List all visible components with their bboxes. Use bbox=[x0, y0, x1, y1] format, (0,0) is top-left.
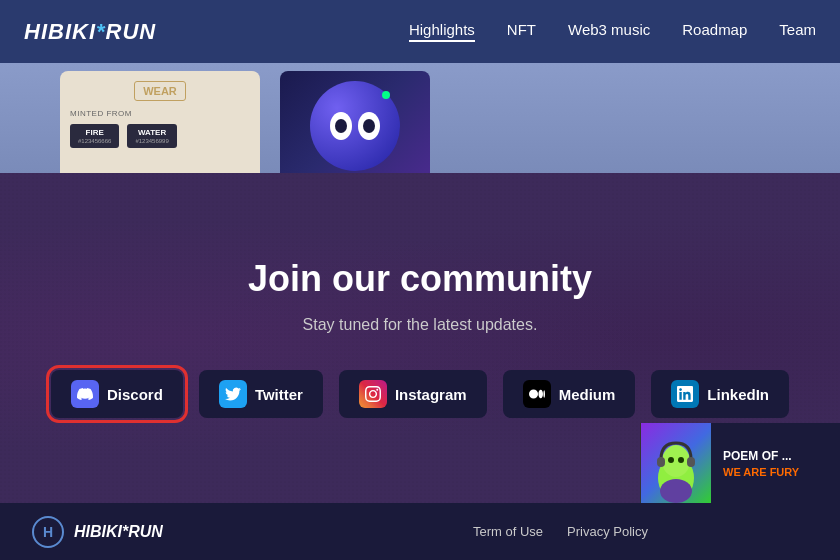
poem-card-avatar bbox=[641, 423, 711, 503]
linkedin-button[interactable]: LinkedIn bbox=[651, 370, 789, 418]
linkedin-label: LinkedIn bbox=[707, 386, 769, 403]
navbar-logo: HiBiKi*RUN bbox=[24, 19, 156, 45]
nav-highlights[interactable]: Highlights bbox=[409, 21, 475, 42]
footer-links: Term of Use Privacy Policy bbox=[473, 524, 648, 539]
fire-label: FIRE bbox=[78, 128, 111, 137]
footer-terms-link[interactable]: Term of Use bbox=[473, 524, 543, 539]
poem-card-text: POEM OF ... WE ARE FURY bbox=[711, 441, 840, 486]
footer-logo-text: HiBiKi*RUN bbox=[74, 523, 163, 541]
discord-label: Discord bbox=[107, 386, 163, 403]
bubble-card bbox=[280, 71, 430, 173]
bubble-pupil-right bbox=[363, 119, 375, 133]
nav-nft[interactable]: NFT bbox=[507, 21, 536, 42]
bubble-eye-left bbox=[330, 112, 352, 140]
nav-team[interactable]: Team bbox=[779, 21, 816, 42]
discord-button[interactable]: Discord bbox=[51, 370, 183, 418]
medium-icon bbox=[523, 380, 551, 408]
wear-card-minted-label: MINTED FROM bbox=[70, 109, 250, 118]
community-subtitle: Stay tuned for the latest updates. bbox=[303, 316, 538, 334]
twitter-button[interactable]: Twitter bbox=[199, 370, 323, 418]
instagram-button[interactable]: Instagram bbox=[339, 370, 487, 418]
medium-label: Medium bbox=[559, 386, 616, 403]
water-label: WATER bbox=[135, 128, 168, 137]
nav-roadmap[interactable]: Roadmap bbox=[682, 21, 747, 42]
svg-rect-3 bbox=[687, 457, 695, 467]
svg-point-4 bbox=[668, 457, 674, 463]
bubble-circle bbox=[310, 81, 400, 171]
bubble-pupil-left bbox=[335, 119, 347, 133]
avatar-image bbox=[641, 423, 711, 503]
bubble-eyes bbox=[330, 112, 380, 140]
bubble-dot bbox=[382, 91, 390, 99]
twitter-icon bbox=[219, 380, 247, 408]
svg-point-6 bbox=[660, 479, 692, 503]
nav-web3music[interactable]: Web3 music bbox=[568, 21, 650, 42]
poem-card-title: POEM OF ... bbox=[723, 449, 828, 463]
poem-card-subtitle: WE ARE FURY bbox=[723, 466, 828, 478]
wear-card-row: FIRE #123456666 WATER #123456999 bbox=[70, 124, 250, 148]
wear-card-title: WEAR bbox=[134, 81, 186, 101]
instagram-label: Instagram bbox=[395, 386, 467, 403]
discord-icon bbox=[71, 380, 99, 408]
footer: H HiBiKi*RUN Term of Use Privacy Policy bbox=[0, 503, 840, 560]
water-val: #123456999 bbox=[135, 138, 168, 144]
community-title: Join our community bbox=[248, 258, 592, 300]
social-buttons: Discord Twitter Instagram bbox=[51, 370, 789, 418]
fire-val: #123456666 bbox=[78, 138, 111, 144]
water-item: WATER #123456999 bbox=[127, 124, 176, 148]
navbar: HiBiKi*RUN Highlights NFT Web3 music Roa… bbox=[0, 0, 840, 63]
footer-logo-icon: H bbox=[32, 516, 64, 548]
navbar-nav: Highlights NFT Web3 music Roadmap Team bbox=[409, 21, 816, 42]
footer-logo: H HiBiKi*RUN bbox=[32, 516, 163, 548]
bubble-eye-right bbox=[358, 112, 380, 140]
preview-area: WEAR MINTED FROM FIRE #123456666 WATER #… bbox=[0, 63, 840, 173]
twitter-label: Twitter bbox=[255, 386, 303, 403]
wear-card: WEAR MINTED FROM FIRE #123456666 WATER #… bbox=[60, 71, 260, 173]
instagram-icon bbox=[359, 380, 387, 408]
fire-item: FIRE #123456666 bbox=[70, 124, 119, 148]
svg-point-5 bbox=[678, 457, 684, 463]
poem-card[interactable]: POEM OF ... WE ARE FURY bbox=[640, 423, 840, 503]
svg-rect-2 bbox=[657, 457, 665, 467]
medium-button[interactable]: Medium bbox=[503, 370, 636, 418]
svg-point-1 bbox=[662, 445, 690, 477]
footer-privacy-link[interactable]: Privacy Policy bbox=[567, 524, 648, 539]
linkedin-icon bbox=[671, 380, 699, 408]
